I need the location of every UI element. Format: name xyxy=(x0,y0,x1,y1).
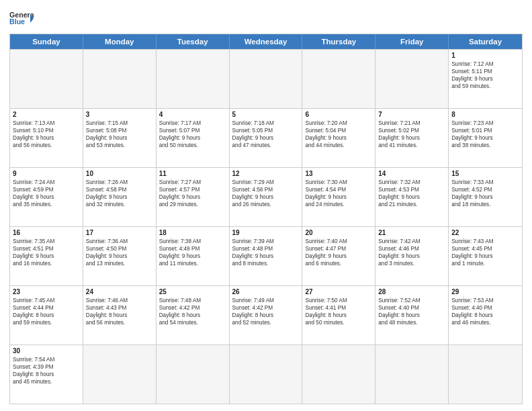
day-number: 7 xyxy=(378,111,445,118)
day-number: 19 xyxy=(232,229,300,236)
calendar-row-5: 30Sunrise: 7:54 AM Sunset: 4:39 PM Dayli… xyxy=(10,345,522,404)
calendar-row-0: 1Sunrise: 7:12 AM Sunset: 5:11 PM Daylig… xyxy=(10,49,522,108)
day-info: Sunrise: 7:46 AM Sunset: 4:43 PM Dayligh… xyxy=(86,297,153,326)
day-info: Sunrise: 7:53 AM Sunset: 4:40 PM Dayligh… xyxy=(451,297,519,326)
day-info: Sunrise: 7:54 AM Sunset: 4:39 PM Dayligh… xyxy=(13,356,80,385)
calendar-body: 1Sunrise: 7:12 AM Sunset: 5:11 PM Daylig… xyxy=(10,49,522,404)
day-number: 20 xyxy=(305,229,372,236)
day-number: 4 xyxy=(159,111,226,118)
weekday-header-friday: Friday xyxy=(375,34,449,49)
header: General Blue xyxy=(9,7,523,30)
day-number: 21 xyxy=(378,229,445,236)
svg-text:Blue: Blue xyxy=(9,17,25,26)
calendar-cell: 18Sunrise: 7:38 AM Sunset: 4:49 PM Dayli… xyxy=(157,227,230,285)
day-info: Sunrise: 7:48 AM Sunset: 4:42 PM Dayligh… xyxy=(159,297,226,326)
day-info: Sunrise: 7:45 AM Sunset: 4:44 PM Dayligh… xyxy=(13,297,80,326)
weekday-header-tuesday: Tuesday xyxy=(157,34,230,49)
day-number: 8 xyxy=(451,111,519,118)
calendar-cell: 9Sunrise: 7:24 AM Sunset: 4:59 PM Daylig… xyxy=(10,168,83,226)
day-info: Sunrise: 7:13 AM Sunset: 5:10 PM Dayligh… xyxy=(13,120,80,149)
weekday-header-thursday: Thursday xyxy=(302,34,375,49)
calendar-cell xyxy=(157,50,230,108)
day-number: 29 xyxy=(451,288,519,295)
calendar-cell: 14Sunrise: 7:32 AM Sunset: 4:53 PM Dayli… xyxy=(375,168,449,226)
day-info: Sunrise: 7:26 AM Sunset: 4:58 PM Dayligh… xyxy=(86,179,153,208)
day-number: 9 xyxy=(13,170,80,177)
day-number: 30 xyxy=(13,347,80,355)
calendar-cell: 5Sunrise: 7:18 AM Sunset: 5:05 PM Daylig… xyxy=(230,109,303,167)
day-number: 14 xyxy=(378,170,445,177)
day-info: Sunrise: 7:33 AM Sunset: 4:52 PM Dayligh… xyxy=(451,179,519,208)
day-number: 1 xyxy=(451,52,519,59)
day-number: 3 xyxy=(86,111,153,118)
day-info: Sunrise: 7:18 AM Sunset: 5:05 PM Dayligh… xyxy=(232,120,300,149)
day-number: 26 xyxy=(232,288,300,295)
day-info: Sunrise: 7:40 AM Sunset: 4:47 PM Dayligh… xyxy=(305,238,372,267)
day-number: 28 xyxy=(378,288,445,295)
generalblue-logo-icon: General Blue xyxy=(9,9,34,30)
calendar-cell xyxy=(157,345,230,404)
day-number: 2 xyxy=(13,111,80,118)
calendar-cell: 12Sunrise: 7:29 AM Sunset: 4:56 PM Dayli… xyxy=(230,168,303,226)
day-info: Sunrise: 7:30 AM Sunset: 4:54 PM Dayligh… xyxy=(305,179,372,208)
day-number: 11 xyxy=(159,170,226,177)
calendar-cell: 23Sunrise: 7:45 AM Sunset: 4:44 PM Dayli… xyxy=(10,286,83,345)
calendar-cell: 2Sunrise: 7:13 AM Sunset: 5:10 PM Daylig… xyxy=(10,109,83,167)
day-info: Sunrise: 7:15 AM Sunset: 5:08 PM Dayligh… xyxy=(86,120,153,149)
day-info: Sunrise: 7:21 AM Sunset: 5:02 PM Dayligh… xyxy=(378,120,445,149)
day-info: Sunrise: 7:38 AM Sunset: 4:49 PM Dayligh… xyxy=(159,238,226,267)
day-number: 23 xyxy=(13,288,80,295)
day-number: 27 xyxy=(305,288,372,295)
day-info: Sunrise: 7:42 AM Sunset: 4:46 PM Dayligh… xyxy=(378,238,445,267)
day-number: 5 xyxy=(232,111,300,118)
calendar-cell xyxy=(375,50,449,108)
calendar-cell: 22Sunrise: 7:43 AM Sunset: 4:45 PM Dayli… xyxy=(449,227,522,285)
calendar-cell xyxy=(230,50,303,108)
day-info: Sunrise: 7:50 AM Sunset: 4:41 PM Dayligh… xyxy=(305,297,372,326)
day-number: 18 xyxy=(159,229,226,236)
calendar-cell: 26Sunrise: 7:49 AM Sunset: 4:42 PM Dayli… xyxy=(230,286,303,345)
weekday-header-sunday: Sunday xyxy=(10,34,83,49)
calendar-cell xyxy=(83,50,157,108)
day-info: Sunrise: 7:17 AM Sunset: 5:07 PM Dayligh… xyxy=(159,120,226,149)
calendar-cell: 4Sunrise: 7:17 AM Sunset: 5:07 PM Daylig… xyxy=(157,109,230,167)
calendar-cell: 1Sunrise: 7:12 AM Sunset: 5:11 PM Daylig… xyxy=(449,50,522,108)
calendar-row-1: 2Sunrise: 7:13 AM Sunset: 5:10 PM Daylig… xyxy=(10,108,522,167)
calendar-cell: 11Sunrise: 7:27 AM Sunset: 4:57 PM Dayli… xyxy=(157,168,230,226)
calendar-cell xyxy=(449,345,522,404)
calendar-cell: 8Sunrise: 7:23 AM Sunset: 5:01 PM Daylig… xyxy=(449,109,522,167)
calendar-cell: 17Sunrise: 7:36 AM Sunset: 4:50 PM Dayli… xyxy=(83,227,157,285)
calendar-header: SundayMondayTuesdayWednesdayThursdayFrid… xyxy=(10,34,522,49)
day-number: 15 xyxy=(451,170,519,177)
day-info: Sunrise: 7:27 AM Sunset: 4:57 PM Dayligh… xyxy=(159,179,226,208)
page: General Blue SundayMondayTuesdayWednesda… xyxy=(0,0,532,411)
calendar-cell: 29Sunrise: 7:53 AM Sunset: 4:40 PM Dayli… xyxy=(449,286,522,345)
day-info: Sunrise: 7:12 AM Sunset: 5:11 PM Dayligh… xyxy=(451,60,519,90)
day-info: Sunrise: 7:35 AM Sunset: 4:51 PM Dayligh… xyxy=(13,238,80,267)
day-info: Sunrise: 7:32 AM Sunset: 4:53 PM Dayligh… xyxy=(378,179,445,208)
calendar-cell: 20Sunrise: 7:40 AM Sunset: 4:47 PM Dayli… xyxy=(302,227,375,285)
calendar-cell: 7Sunrise: 7:21 AM Sunset: 5:02 PM Daylig… xyxy=(375,109,449,167)
day-info: Sunrise: 7:52 AM Sunset: 4:40 PM Dayligh… xyxy=(378,297,445,326)
calendar-cell: 6Sunrise: 7:20 AM Sunset: 5:04 PM Daylig… xyxy=(302,109,375,167)
day-number: 12 xyxy=(232,170,300,177)
day-number: 24 xyxy=(86,288,153,295)
weekday-header-saturday: Saturday xyxy=(449,34,522,49)
logo: General Blue xyxy=(9,9,34,30)
calendar-row-4: 23Sunrise: 7:45 AM Sunset: 4:44 PM Dayli… xyxy=(10,285,522,345)
calendar-cell xyxy=(375,345,449,404)
day-info: Sunrise: 7:20 AM Sunset: 5:04 PM Dayligh… xyxy=(305,120,372,149)
calendar-cell xyxy=(10,50,83,108)
day-number: 13 xyxy=(305,170,372,177)
calendar: SundayMondayTuesdayWednesdayThursdayFrid… xyxy=(9,34,523,404)
day-number: 10 xyxy=(86,170,153,177)
calendar-cell: 19Sunrise: 7:39 AM Sunset: 4:48 PM Dayli… xyxy=(230,227,303,285)
day-number: 17 xyxy=(86,229,153,236)
calendar-cell xyxy=(83,345,157,404)
day-info: Sunrise: 7:43 AM Sunset: 4:45 PM Dayligh… xyxy=(451,238,519,267)
weekday-header-monday: Monday xyxy=(83,34,157,49)
day-number: 22 xyxy=(451,229,519,236)
day-number: 6 xyxy=(305,111,372,118)
day-info: Sunrise: 7:39 AM Sunset: 4:48 PM Dayligh… xyxy=(232,238,300,267)
calendar-row-3: 16Sunrise: 7:35 AM Sunset: 4:51 PM Dayli… xyxy=(10,226,522,285)
